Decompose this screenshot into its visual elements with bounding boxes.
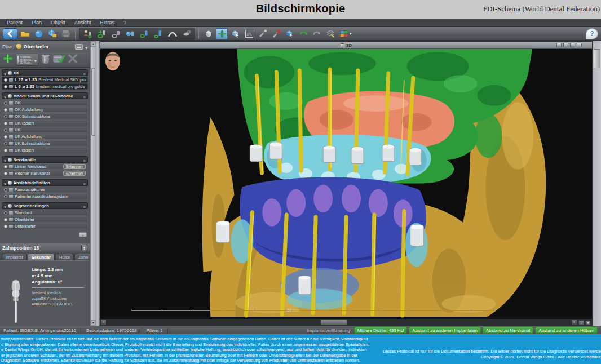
drill-disabled-icon[interactable]	[270, 28, 282, 39]
menu-patient[interactable]: Patient	[7, 20, 23, 25]
visibility-radio[interactable]	[4, 218, 7, 221]
chevron-down-icon[interactable]: ⌄	[79, 232, 87, 237]
verify-plan-button[interactable]	[53, 54, 65, 66]
section-header[interactable]: Modell Scans und 3D-Modelle	[2, 92, 88, 99]
scroll-up-icon[interactable]: ▴	[91, 41, 96, 47]
density-badge[interactable]: Mittlere Dichte: 430 HU	[354, 327, 408, 334]
open-folder-icon[interactable]	[19, 28, 31, 39]
maximize-icon[interactable]	[577, 43, 582, 47]
collapse-triangle-icon[interactable]	[4, 154, 6, 165]
model-row[interactable]: OK radiert	[2, 120, 88, 126]
collapse-chevron-icon[interactable]	[83, 177, 86, 188]
prosthesis-icon[interactable]	[180, 28, 192, 39]
detect-nerve-button[interactable]: Erkennen	[63, 171, 86, 176]
section-header[interactable]: Segmentierungen	[2, 202, 88, 209]
snapshot-icon[interactable]	[563, 43, 568, 47]
model-row[interactable]: OK Aufstellung	[2, 106, 88, 113]
segmentation-row[interactable]: Oberkiefer	[2, 216, 88, 223]
import-globe-icon[interactable]	[46, 28, 58, 39]
eye-icon[interactable]	[8, 94, 12, 98]
visibility-radio[interactable]	[4, 149, 7, 152]
menu-ansicht[interactable]: Ansicht	[74, 20, 91, 25]
gear-icon[interactable]: ✱	[585, 320, 591, 325]
menu-extras[interactable]: Extras	[100, 20, 115, 25]
tab-implantat[interactable]: Implantat	[2, 254, 27, 260]
eye-icon[interactable]	[8, 71, 12, 75]
eye-icon[interactable]	[8, 158, 12, 162]
plan-dropdown-icon[interactable]	[85, 42, 87, 52]
nerve-row[interactable]: Rechter Nervkanal Erkennen	[2, 170, 88, 176]
tab-huelse[interactable]: Hülse	[55, 254, 74, 260]
view-row[interactable]: Panoramakurve	[2, 187, 88, 193]
visibility-radio[interactable]	[4, 165, 7, 168]
3d-canvas[interactable]: 50 mm	[100, 49, 592, 319]
undo-icon[interactable]	[297, 28, 309, 39]
menu-help[interactable]: ?	[123, 20, 126, 25]
visibility-radio[interactable]	[4, 172, 7, 175]
nerve-distance-badge[interactable]: Abstand zu Nervkanal	[483, 327, 533, 334]
section-header[interactable]: Ansichtsdefinition	[2, 179, 88, 186]
viewport-title-bar[interactable]: 3D	[100, 42, 592, 49]
panorama-frame-icon[interactable]	[243, 28, 255, 39]
delete-button[interactable]	[41, 53, 51, 66]
move-implant-icon[interactable]	[216, 28, 228, 39]
scroll-left-icon[interactable]: ‹	[100, 319, 107, 325]
scroll-down-icon[interactable]: ▾	[91, 320, 96, 326]
view-layout-icon[interactable]	[338, 28, 350, 39]
sidebar-splitter[interactable]	[96, 41, 100, 326]
visibility-radio[interactable]	[4, 108, 7, 112]
section-header[interactable]: Nervkanäle	[2, 156, 88, 163]
sleeve-icon[interactable]	[110, 28, 122, 39]
collapse-chevron-icon[interactable]	[83, 154, 86, 165]
add-object-button[interactable]	[2, 53, 14, 66]
sleeve-distance-badge[interactable]: Abstand zu anderen Hülsen	[535, 327, 598, 334]
model-row[interactable]: UK Aufstellung	[2, 134, 88, 140]
detect-nerve-button[interactable]: Erkennen	[63, 164, 86, 169]
segmentation-row[interactable]: Unterkiefer	[2, 223, 88, 229]
visibility-radio[interactable]	[4, 188, 7, 192]
grab-cube-icon[interactable]	[284, 28, 295, 39]
collapse-triangle-icon[interactable]	[4, 177, 6, 188]
tab-sekundaer[interactable]: Sekundär	[28, 254, 55, 260]
visibility-radio[interactable]	[4, 101, 7, 105]
visibility-radio[interactable]	[4, 195, 7, 198]
patient-database-icon[interactable]	[33, 28, 45, 39]
tab-zahn[interactable]: Zahn	[74, 254, 92, 260]
drill-icon[interactable]	[257, 28, 268, 39]
model-row[interactable]: UK Bohrschablone	[2, 140, 88, 147]
settings-mini-icon[interactable]	[570, 43, 575, 47]
eye-icon[interactable]	[8, 181, 12, 185]
visibility-radio[interactable]	[4, 78, 7, 82]
cube-icon[interactable]	[202, 28, 214, 39]
right-scrollbar-handle[interactable]	[594, 49, 600, 68]
collapse-chevron-icon[interactable]	[83, 201, 86, 211]
sphere-cylinder-icon[interactable]	[124, 28, 136, 39]
list-view-icon[interactable]	[75, 44, 83, 50]
collapse-triangle-icon[interactable]	[4, 201, 6, 211]
implant-row[interactable]: L 27 ø 1.35 Bredent Medical SKY pro g...	[2, 77, 88, 83]
eye-icon[interactable]	[8, 204, 12, 208]
white-curve-icon[interactable]	[166, 28, 178, 39]
scrollbar-handle[interactable]	[91, 68, 95, 136]
layers-icon[interactable]	[324, 28, 336, 39]
back-button[interactable]	[3, 28, 17, 39]
visibility-radio[interactable]	[4, 211, 7, 215]
collapse-triangle-icon[interactable]	[4, 91, 6, 101]
visibility-radio[interactable]	[4, 225, 7, 228]
model-row[interactable]: UK	[2, 127, 88, 133]
visibility-radio[interactable]	[4, 135, 7, 139]
redo-icon[interactable]	[311, 28, 322, 39]
blue-cylinder-icon[interactable]	[152, 28, 164, 39]
implant-arrow-icon[interactable]	[96, 28, 108, 39]
hscroll-handle[interactable]	[320, 319, 347, 325]
person-implant-icon[interactable]	[82, 28, 94, 39]
layout-caret-icon[interactable]: ▾	[350, 32, 352, 36]
section-header[interactable]: XX	[2, 69, 88, 76]
model-row[interactable]: OK Bohrschablone	[2, 113, 88, 119]
camera-icon[interactable]	[556, 43, 562, 47]
visibility-radio[interactable]	[4, 122, 7, 125]
menu-plan[interactable]: Plan	[32, 20, 42, 25]
collapse-triangle-icon[interactable]	[4, 68, 6, 78]
collapse-chevron-icon[interactable]	[83, 91, 86, 101]
collapse-chevron-icon[interactable]	[83, 68, 86, 78]
